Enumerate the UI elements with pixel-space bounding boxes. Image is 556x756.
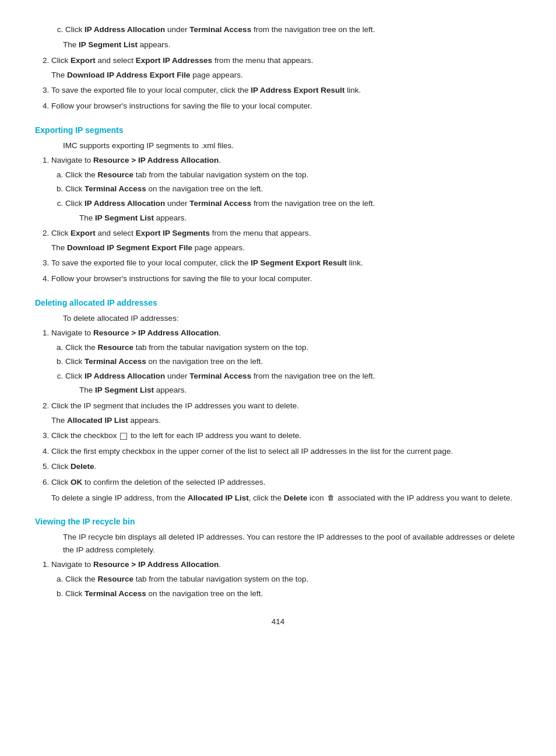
exp-seg-step1b: Click Terminal Access on the navigation …	[65, 183, 521, 195]
prior-content-section: Click IP Address Allocation under Termin…	[35, 23, 521, 113]
del-step6-note: To delete a single IP address, from the …	[51, 492, 521, 505]
del-step1: Navigate to Resource > IP Address Alloca…	[51, 327, 521, 397]
view-step1b: Click Terminal Access on the navigation …	[65, 587, 521, 600]
del-step4: Click the first empty checkbox in the up…	[51, 445, 521, 458]
deleting-allocated-intro: To delete allocated IP addresses:	[63, 312, 521, 325]
viewing-recycle-bin-section: Viewing the IP recycle bin The IP recycl…	[35, 517, 521, 600]
exporting-ip-segments-heading: Exporting IP segments	[35, 125, 521, 135]
deleting-allocated-section: Deleting allocated IP addresses To delet…	[35, 298, 521, 505]
exp-seg-step2-after: The Download IP Segment Export File page…	[51, 242, 521, 254]
del-step2: Click the IP segment that includes the I…	[51, 400, 521, 426]
exp-seg-step4: Follow your browser's instructions for s…	[51, 272, 521, 285]
del-step1c: Click IP Address Allocation under Termin…	[65, 370, 521, 383]
del-step6: Click OK to confirm the deletion of the …	[51, 476, 521, 504]
del-step2-after: The Allocated IP List appears.	[51, 414, 521, 427]
del-step5: Click Delete.	[51, 460, 521, 473]
viewing-recycle-bin-list: Navigate to Resource > IP Address Alloca…	[51, 558, 521, 600]
viewing-recycle-bin-heading: Viewing the IP recycle bin	[35, 517, 521, 526]
page-content: Click IP Address Allocation under Termin…	[35, 23, 521, 626]
del-step1a: Click the Resource tab from the tabular …	[65, 341, 521, 354]
del-step3: Click the checkbox to the left for each …	[51, 429, 521, 442]
delete-icon: 🗑	[328, 492, 335, 503]
exp-seg-step3: To save the exported file to your local …	[51, 257, 521, 270]
view-step1a: Click the Resource tab from the tabular …	[65, 573, 521, 586]
step3-prior: To save the exported file to your local …	[51, 84, 521, 97]
exporting-ip-segments-intro: IMC supports exporting IP segments to .x…	[63, 139, 521, 152]
view-step1: Navigate to Resource > IP Address Alloca…	[51, 558, 521, 600]
step-c-prior: Click IP Address Allocation under Termin…	[65, 23, 521, 36]
exp-seg-step1: Navigate to Resource > IP Address Alloca…	[51, 154, 521, 224]
exporting-ip-segments-section: Exporting IP segments IMC supports expor…	[35, 125, 521, 285]
deleting-allocated-heading: Deleting allocated IP addresses	[35, 298, 521, 307]
exp-seg-step1c: Click IP Address Allocation under Termin…	[65, 197, 521, 210]
deleting-allocated-list: Navigate to Resource > IP Address Alloca…	[51, 327, 521, 504]
del-step1-after: The IP Segment List appears.	[79, 384, 521, 397]
step4-prior: Follow your browser's instructions for s…	[51, 100, 521, 113]
viewing-recycle-bin-intro: The IP recycle bin displays all deleted …	[63, 531, 521, 556]
exp-seg-step1-after: The IP Segment List appears.	[79, 212, 521, 225]
exporting-ip-segments-list: Navigate to Resource > IP Address Alloca…	[51, 154, 521, 285]
exp-seg-step1a: Click the Resource tab from the tabular …	[65, 169, 521, 181]
page-number: 414	[35, 617, 521, 626]
step2-prior: Click Export and select Export IP Addres…	[51, 54, 521, 81]
ip-segment-list-note-prior: The IP Segment List appears.	[63, 38, 521, 51]
exp-seg-step2: Click Export and select Export IP Segmen…	[51, 227, 521, 254]
checkbox-icon	[120, 433, 127, 440]
del-step1b: Click Terminal Access on the navigation …	[65, 355, 521, 368]
